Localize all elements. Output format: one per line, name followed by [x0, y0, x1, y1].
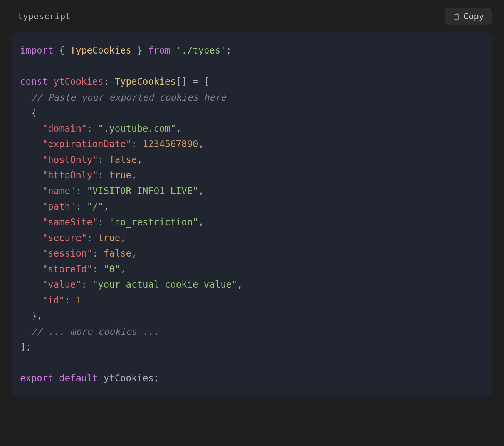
comma: , — [131, 170, 137, 181]
string-literal: "/" — [87, 201, 103, 212]
property-key: "hostOnly" — [42, 154, 98, 165]
space — [48, 76, 53, 87]
code-content: import { TypeCookies } from './types'; c… — [20, 43, 484, 386]
language-label: typescript — [18, 12, 71, 21]
string-literal: "VISITOR_INFO1_LIVE" — [87, 186, 198, 196]
keyword-export: export — [20, 373, 54, 384]
property-key: "value" — [42, 279, 81, 290]
identifier: ytCookies — [104, 373, 154, 384]
property-key: "expirationDate" — [42, 139, 131, 149]
comma: , — [137, 154, 142, 165]
semicolon: ; — [226, 45, 232, 56]
punct: [] = [ — [176, 76, 210, 87]
property-key: "sameSite" — [42, 217, 98, 228]
number-literal: 1234567890 — [143, 139, 198, 149]
string-literal: './types' — [176, 45, 226, 56]
comment: // ... more cookies ... — [31, 326, 159, 337]
comma: , — [120, 233, 126, 243]
number-literal: 1 — [76, 295, 81, 306]
bracket: ]; — [20, 342, 31, 352]
colon: : — [81, 279, 87, 290]
property-key: "session" — [42, 248, 92, 259]
colon: : — [87, 123, 92, 134]
code-snippet-container: typescript Copy import { TypeCookies } f… — [0, 0, 504, 397]
string-literal: "0" — [104, 264, 120, 275]
colon: : — [98, 170, 103, 181]
colon: : — [87, 233, 92, 243]
import-identifier: TypeCookies — [70, 45, 131, 56]
comma: , — [104, 201, 109, 212]
brace: { — [54, 45, 70, 56]
colon: : — [92, 248, 98, 259]
comma: , — [198, 217, 203, 228]
brace: }, — [20, 310, 42, 321]
comma: , — [120, 264, 126, 275]
space — [98, 373, 103, 384]
keyword-from: from — [148, 45, 170, 56]
comma: , — [176, 123, 181, 134]
colon: : — [104, 76, 115, 87]
string-literal: ".youtube.com" — [98, 123, 176, 134]
boolean-literal: false — [104, 248, 131, 259]
semicolon: ; — [154, 373, 159, 384]
comma: , — [198, 186, 203, 196]
svg-rect-0 — [455, 15, 459, 19]
variable-name: ytCookies — [54, 76, 104, 87]
colon: : — [76, 201, 81, 212]
string-literal: "your_actual_cookie_value" — [92, 279, 237, 290]
property-key: "id" — [42, 295, 65, 306]
space — [170, 45, 176, 56]
colon: : — [98, 154, 103, 165]
property-key: "secure" — [42, 233, 87, 243]
type-annotation: TypeCookies — [115, 76, 176, 87]
space — [54, 373, 59, 384]
property-key: "name" — [42, 186, 76, 196]
colon: : — [76, 186, 81, 196]
code-header: typescript Copy — [0, 0, 504, 29]
code-block[interactable]: import { TypeCookies } from './types'; c… — [12, 32, 492, 397]
colon: : — [65, 295, 70, 306]
brace: } — [131, 45, 148, 56]
boolean-literal: false — [109, 154, 137, 165]
property-key: "httpOnly" — [42, 170, 98, 181]
colon: : — [92, 264, 98, 275]
boolean-literal: true — [109, 170, 131, 181]
comma: , — [237, 279, 243, 290]
property-key: "domain" — [42, 123, 87, 134]
brace: { — [20, 107, 37, 118]
clipboard-icon — [453, 13, 460, 20]
string-literal: "no_restriction" — [109, 217, 198, 228]
keyword-const: const — [20, 76, 48, 87]
keyword-default: default — [59, 373, 98, 384]
comment: // Paste your exported cookies here — [31, 92, 226, 103]
property-key: "storeId" — [42, 264, 92, 275]
boolean-literal: true — [98, 233, 120, 243]
colon: : — [98, 217, 103, 228]
comma: , — [131, 248, 137, 259]
colon: : — [131, 139, 137, 149]
comma: , — [198, 139, 203, 149]
keyword-import: import — [20, 45, 54, 56]
copy-button[interactable]: Copy — [445, 8, 492, 25]
copy-button-label: Copy — [464, 12, 484, 21]
property-key: "path" — [42, 201, 76, 212]
